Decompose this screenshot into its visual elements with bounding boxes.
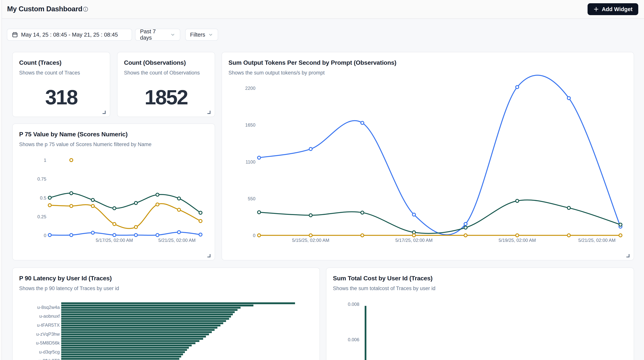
svg-text:5/19/25, 02:00 AM: 5/19/25, 02:00 AM [498, 238, 536, 243]
widget-sum-cost: Sum Total Cost by User Id (Traces) Shows… [326, 267, 634, 360]
widget-subtitle: Shows the count of Observations [124, 70, 200, 76]
widget-count-traces: Count (Traces) Shows the count of Traces… [12, 52, 110, 117]
resize-handle-icon[interactable] [626, 253, 630, 258]
line-chart-p75-scores[interactable]: 00.250.50.7515/17/25, 02:00 AM5/21/25, 0… [13, 124, 216, 261]
svg-text:2200: 2200 [245, 86, 256, 91]
filters-dropdown[interactable]: Filters [185, 29, 218, 41]
count-observations-value: 1852 [118, 85, 215, 109]
resize-handle-icon[interactable] [207, 253, 212, 258]
widget-subtitle: Shows the count of Traces [19, 70, 80, 76]
svg-text:0: 0 [44, 233, 46, 238]
svg-text:0.75: 0.75 [37, 176, 46, 182]
date-range-value: May 14, 25 : 08:45 - May 21, 25 : 08:45 [21, 32, 118, 38]
chevron-down-icon [208, 32, 213, 37]
svg-text:5/17/25, 02:00 AM: 5/17/25, 02:00 AM [96, 238, 133, 243]
page-title: My Custom Dashboard [7, 5, 82, 13]
svg-text:u-5M8D56k: u-5M8D56k [36, 340, 60, 345]
line-chart-output-tokens[interactable]: 05501100165022005/15/25, 02:00 AM5/17/25… [222, 52, 634, 261]
top-bar: My Custom Dashboard Add Widget [0, 0, 644, 19]
widget-sum-output-tokens: Sum Output Tokens Per Second by Prompt (… [222, 52, 634, 260]
svg-text:u-tFAR5TX: u-tFAR5TX [37, 322, 60, 328]
svg-text:5/15/25, 02:00 AM: 5/15/25, 02:00 AM [292, 238, 329, 243]
svg-text:0.008: 0.008 [348, 302, 359, 307]
add-widget-label: Add Widget [602, 6, 632, 13]
svg-text:0.5: 0.5 [40, 195, 46, 200]
svg-text:u-zVqP3hw: u-zVqP3hw [36, 331, 60, 337]
svg-text:u-8sq2w4a: u-8sq2w4a [37, 305, 60, 310]
svg-text:5/21/25, 02:00 AM: 5/21/25, 02:00 AM [578, 238, 616, 243]
svg-text:0.006: 0.006 [348, 337, 359, 342]
widget-title: Count (Traces) [19, 59, 62, 66]
date-range-picker[interactable]: May 14, 25 : 08:45 - May 21, 25 : 08:45 [7, 29, 132, 41]
svg-text:1: 1 [44, 158, 46, 163]
svg-text:5/21/25, 02:00 AM: 5/21/25, 02:00 AM [158, 238, 196, 243]
svg-text:550: 550 [248, 196, 256, 201]
range-preset-value: Past 7 days [140, 28, 167, 41]
bar-chart-p90-latency[interactable]: u-8sq2w4au-aobnuxfu-tFAR5TXu-zVqP3hwu-5M… [13, 268, 320, 360]
resize-handle-icon[interactable] [207, 110, 212, 114]
svg-text:5/17/25, 02:00 AM: 5/17/25, 02:00 AM [395, 238, 432, 243]
filters-label: Filters [190, 32, 205, 38]
range-preset-dropdown[interactable]: Past 7 days [135, 29, 180, 41]
svg-text:u-d3qr5cg: u-d3qr5cg [39, 349, 60, 354]
svg-text:1650: 1650 [245, 122, 256, 128]
count-traces-value: 318 [13, 85, 110, 109]
svg-text:1100: 1100 [246, 159, 256, 165]
widget-p90-latency: P 90 Latency by User Id (Traces) Shows t… [12, 267, 320, 360]
widget-p75-scores: P 75 Value by Name (Scores Numeric) Show… [12, 124, 215, 260]
svg-text:u-8fVa9T3: u-8fVa9T3 [39, 358, 60, 360]
svg-text:0.25: 0.25 [37, 214, 46, 219]
widget-count-observations: Count (Observations) Shows the count of … [117, 52, 215, 117]
chevron-down-icon [170, 32, 175, 37]
svg-text:u-aobnuxf: u-aobnuxf [39, 313, 60, 319]
calendar-icon [12, 32, 18, 38]
widget-title: Count (Observations) [124, 59, 186, 66]
svg-text:0: 0 [253, 233, 256, 238]
sidebar-edge [0, 0, 2, 360]
bar-chart-sum-cost[interactable]: 0.0080.006 [326, 268, 634, 360]
plus-icon [593, 6, 599, 12]
add-widget-button[interactable]: Add Widget [588, 3, 638, 15]
resize-handle-icon[interactable] [102, 110, 107, 114]
info-icon[interactable] [83, 6, 88, 12]
